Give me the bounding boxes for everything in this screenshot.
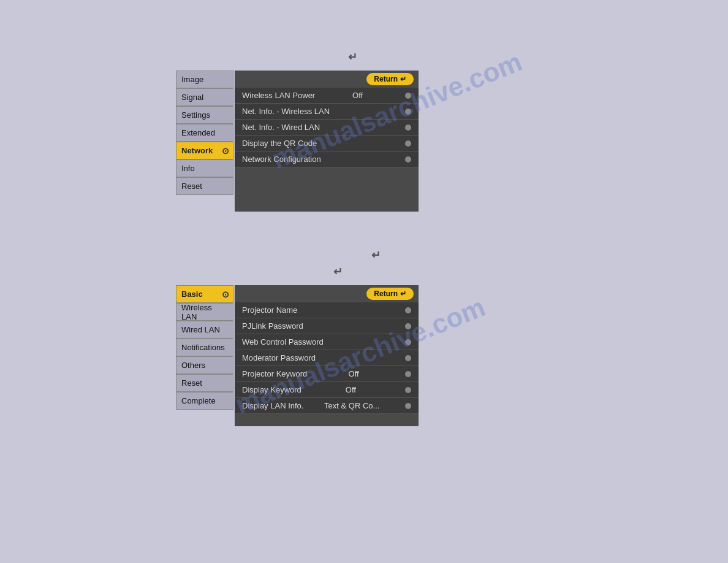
menu-item-web-control-password[interactable]: Web Control Password — [235, 334, 419, 350]
menu-list-2: Projector Name PJLink Password Web Contr… — [235, 302, 419, 414]
enter-icon-3: ↵ — [333, 265, 343, 278]
sidebar-item-reset[interactable]: Reset — [176, 177, 233, 195]
enter-icon-2: ↵ — [371, 248, 381, 262]
panel-2: Basic ⊙ Wireless LAN Wired LAN Notificat… — [176, 285, 419, 426]
row-indicator-p4 — [405, 371, 411, 377]
row-indicator-0 — [405, 93, 411, 99]
menu-item-projector-keyword[interactable]: Projector Keyword Off — [235, 366, 419, 382]
row-indicator-1 — [405, 109, 411, 115]
sidebar-label-notifications: Notifications — [181, 343, 225, 352]
sidebar-label-wired-lan: Wired LAN — [181, 325, 220, 334]
menu-item-pjlink-password[interactable]: PJLink Password — [235, 318, 419, 334]
sidebar-item-others[interactable]: Others — [176, 356, 233, 374]
sidebar-2: Basic ⊙ Wireless LAN Wired LAN Notificat… — [176, 285, 235, 426]
menu-item-network-config[interactable]: Network Configuration — [235, 151, 419, 167]
sidebar-item-basic[interactable]: Basic ⊙ — [176, 285, 233, 303]
return-enter-icon-1: ↵ — [400, 75, 406, 83]
menu-item-display-keyword[interactable]: Display Keyword Off — [235, 382, 419, 398]
row-indicator-2 — [405, 124, 411, 131]
sidebar-label-wireless-lan: Wireless LAN — [181, 303, 228, 321]
content-panel-1: Return ↵ Wireless LAN Power Off Net. Inf… — [235, 71, 419, 212]
row-indicator-p2 — [405, 339, 411, 345]
row-indicator-p6 — [405, 403, 411, 409]
panel-1: Image Signal Settings Extended Network ⊙… — [176, 71, 419, 212]
sidebar-label-signal: Signal — [181, 93, 203, 102]
row-indicator-p1 — [405, 323, 411, 329]
menu-item-value-projector-keyword: Off — [349, 369, 359, 378]
sidebar-item-signal[interactable]: Signal — [176, 88, 233, 106]
menu-item-value-wireless-lan-power: Off — [352, 91, 363, 100]
sidebar-item-extended[interactable]: Extended — [176, 124, 233, 142]
sidebar-label-reset-2: Reset — [181, 378, 202, 388]
sidebar-item-reset-2[interactable]: Reset — [176, 374, 233, 392]
sidebar-label-network: Network — [181, 146, 213, 155]
return-label-2: Return — [374, 289, 398, 298]
menu-item-value-display-keyword: Off — [346, 385, 356, 394]
menu-item-label-web-control-password: Web Control Password — [242, 337, 324, 347]
menu-item-value-display-lan-info: Text & QR Co... — [324, 401, 379, 410]
sidebar-item-complete[interactable]: Complete — [176, 392, 233, 410]
return-label-1: Return — [374, 75, 398, 83]
menu-item-label-projector-name: Projector Name — [242, 305, 297, 315]
content-header-2: Return ↵ — [235, 285, 419, 302]
row-indicator-p0 — [405, 307, 411, 313]
menu-item-label-pjlink-password: PJLink Password — [242, 321, 303, 331]
enter-icon-1: ↵ — [348, 50, 357, 64]
sidebar-label-image: Image — [181, 75, 203, 84]
sidebar-label-basic: Basic — [181, 289, 203, 299]
sidebar-item-wireless-lan[interactable]: Wireless LAN — [176, 303, 233, 321]
menu-item-wireless-lan-power[interactable]: Wireless LAN Power Off — [235, 88, 419, 104]
menu-item-label-display-lan-info: Display LAN Info. — [242, 401, 303, 410]
sidebar-label-reset: Reset — [181, 182, 202, 191]
return-button-2[interactable]: Return ↵ — [366, 288, 414, 300]
menu-item-label-display-keyword: Display Keyword — [242, 385, 301, 394]
sidebar-label-complete: Complete — [181, 396, 216, 405]
menu-item-label-net-info-wireless: Net. Info. - Wireless LAN — [242, 107, 330, 116]
return-button-1[interactable]: Return ↵ — [366, 73, 414, 85]
content-panel-2: Return ↵ Projector Name PJLink Password … — [235, 285, 419, 426]
sidebar-item-wired-lan[interactable]: Wired LAN — [176, 321, 233, 339]
sidebar-item-image[interactable]: Image — [176, 71, 233, 88]
basic-arrow-icon: ⊙ — [222, 289, 229, 299]
sidebar-label-others: Others — [181, 361, 205, 370]
content-header-1: Return ↵ — [235, 71, 419, 88]
menu-list-1: Wireless LAN Power Off Net. Info. - Wire… — [235, 88, 419, 167]
menu-item-projector-name[interactable]: Projector Name — [235, 302, 419, 318]
menu-item-label-display-qr: Display the QR Code — [242, 139, 317, 148]
sidebar-item-settings[interactable]: Settings — [176, 106, 233, 124]
sidebar-item-notifications[interactable]: Notifications — [176, 339, 233, 356]
row-indicator-4 — [405, 156, 411, 163]
sidebar-label-extended: Extended — [181, 128, 215, 137]
menu-item-label-projector-keyword: Projector Keyword — [242, 369, 307, 378]
menu-item-net-info-wired[interactable]: Net. Info. - Wired LAN — [235, 120, 419, 136]
row-indicator-p5 — [405, 387, 411, 393]
menu-item-label-network-config: Network Configuration — [242, 155, 321, 164]
menu-item-label-moderator-password: Moderator Password — [242, 353, 316, 362]
sidebar-label-settings: Settings — [181, 110, 210, 120]
sidebar-item-info[interactable]: Info — [176, 159, 233, 177]
menu-item-moderator-password[interactable]: Moderator Password — [235, 350, 419, 366]
sidebar-item-network[interactable]: Network ⊙ — [176, 142, 233, 159]
network-arrow-icon: ⊙ — [222, 146, 229, 156]
sidebar-label-info: Info — [181, 164, 195, 173]
menu-item-display-qr[interactable]: Display the QR Code — [235, 136, 419, 151]
sidebar-1: Image Signal Settings Extended Network ⊙… — [176, 71, 235, 212]
row-indicator-p3 — [405, 355, 411, 361]
menu-item-display-lan-info[interactable]: Display LAN Info. Text & QR Co... — [235, 398, 419, 414]
menu-item-net-info-wireless[interactable]: Net. Info. - Wireless LAN — [235, 104, 419, 120]
menu-item-label-wireless-lan-power: Wireless LAN Power — [242, 91, 315, 100]
row-indicator-3 — [405, 140, 411, 147]
return-enter-icon-2: ↵ — [400, 289, 406, 298]
menu-item-label-net-info-wired: Net. Info. - Wired LAN — [242, 123, 320, 132]
